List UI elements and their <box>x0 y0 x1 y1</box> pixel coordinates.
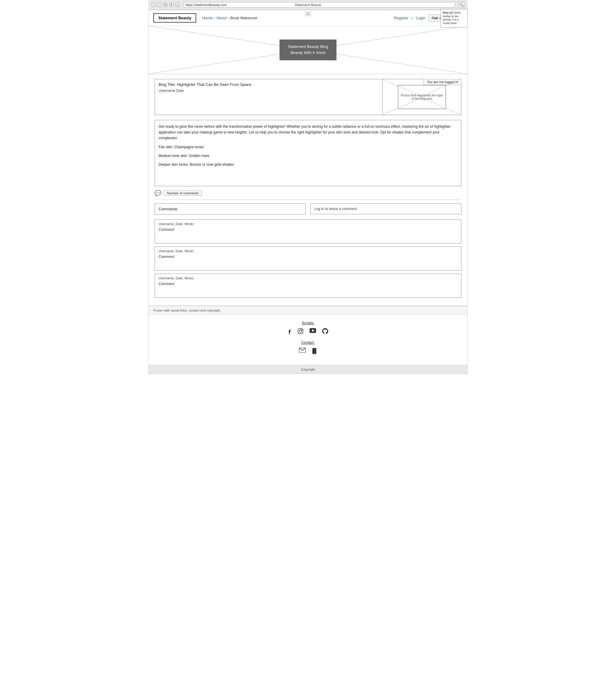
notice-badge: (1) <box>305 11 311 16</box>
brand-button[interactable]: Statement Beauty <box>153 13 196 23</box>
comment-bubble-icon: 💬 <box>155 190 161 196</box>
comment-author-3: Username, Date, Wrote: <box>158 276 458 280</box>
blog-image-placeholder: Picture that represents the topic of the… <box>398 85 446 109</box>
blog-post-meta: Username Date <box>158 88 379 93</box>
blog-post-left: Blog Title: Highlighter That Can Be Seen… <box>155 79 383 115</box>
github-icon[interactable] <box>322 328 328 336</box>
svg-point-13 <box>302 330 302 330</box>
breadcrumb-separator-2: › <box>228 16 229 20</box>
comments-header-box: Comments <box>155 203 305 215</box>
svg-rect-11 <box>298 329 303 334</box>
breadcrumb-current: Book Makeover <box>230 16 257 20</box>
browser-controls: ← → ↻ ✕ ⌂ <box>151 3 180 7</box>
browser-chrome: Statement Beauty ← → ↻ ✕ ⌂ https://state… <box>148 0 468 10</box>
comments-right: Log in to leave a comment <box>311 203 461 215</box>
footer-socials-label: Socials: <box>153 321 463 325</box>
blog-content-intro: Get ready to glow like never before with… <box>158 124 458 141</box>
comment-items: Username, Date, Wrote: Comment Username,… <box>155 219 461 298</box>
contact-icons <box>153 348 463 356</box>
social-icons <box>153 328 463 336</box>
breadcrumb-about[interactable]: About <box>216 16 227 20</box>
blog-content-item-2: Medium tone skin: Golden hues <box>158 153 458 159</box>
blog-post-right: Picture that represents the topic of the… <box>383 79 461 115</box>
comments-count-row: 💬 Number of comments <box>155 190 461 200</box>
footer-main: Socials: Contact: <box>149 314 467 365</box>
instagram-icon[interactable] <box>297 328 303 336</box>
reload-button[interactable]: ↻ <box>164 3 168 7</box>
sticky-note: Note (1) Sticky navbar is low priority. … <box>441 9 468 28</box>
youtube-icon[interactable] <box>310 328 316 336</box>
breadcrumb: Home › About › Book Makeover <box>202 16 258 20</box>
facebook-icon[interactable] <box>288 328 291 336</box>
login-link[interactable]: Login <box>416 16 426 20</box>
home-button[interactable]: ⌂ <box>175 3 180 7</box>
comment-item: Username, Date, Wrote: Comment <box>155 219 461 243</box>
browser-search-button[interactable]: 🔍 <box>459 2 465 8</box>
comment-author-1: Username, Date, Wrote: <box>158 222 458 226</box>
comment-body-2: Comment <box>158 255 458 259</box>
navbar: (1) Statement Beauty Home › About › Book… <box>149 10 467 26</box>
image-placeholder-text: Picture that represents the topic of the… <box>398 92 446 102</box>
sticky-note-label: Note (1) <box>443 11 453 14</box>
stop-button[interactable]: ✕ <box>169 3 174 7</box>
email-icon[interactable] <box>299 348 305 356</box>
comment-author-2: Username, Date, Wrote: <box>158 249 458 253</box>
page-container: (1) Statement Beauty Home › About › Book… <box>148 10 468 374</box>
comment-body-3: Comment <box>158 282 458 286</box>
phone-icon[interactable] <box>312 348 317 356</box>
footer-copyright: Copyright <box>149 365 467 374</box>
blog-post-title: Blog Title: Highlighter That Can Be Seen… <box>158 82 379 87</box>
footer-contact-label: Contact: <box>153 340 463 345</box>
comment-item: Username, Date, Wrote: Comment <box>155 247 461 271</box>
blog-content-item-3: Deeper skin tones: Bronze or rose gold s… <box>158 162 458 167</box>
comments-badge: Number of comments <box>164 190 202 196</box>
register-link[interactable]: Register <box>394 16 408 20</box>
comment-item: Username, Date, Wrote: Comment <box>155 274 461 298</box>
blog-content-item-1: Fair skin: Champagne tones <box>158 144 458 150</box>
nav-separator: › <box>411 16 412 20</box>
back-button[interactable]: ← <box>151 3 155 7</box>
blog-post-card: Blog Title: Highlighter That Can Be Seen… <box>155 79 461 115</box>
hero-center-box: Statement Beauty Blog Beauty With A Voic… <box>280 39 337 61</box>
footer-description: Footer with social links, contact and co… <box>149 306 467 314</box>
hero-blog-subtitle: Beauty With A Voice <box>288 50 328 57</box>
breadcrumb-separator-1: › <box>214 16 215 20</box>
svg-point-12 <box>299 330 302 332</box>
hero-blog-title: Statement Beauty Blog <box>288 44 328 50</box>
comments-section: Comments Log in to leave a comment <box>155 203 461 215</box>
breadcrumb-home[interactable]: Home <box>202 16 213 20</box>
comments-left: Comments <box>155 203 305 215</box>
blog-content: Get ready to glow like never before with… <box>155 120 461 186</box>
forward-button[interactable]: → <box>157 3 161 7</box>
comment-body-1: Comment <box>158 227 458 232</box>
login-to-comment-box[interactable]: Log in to leave a comment <box>311 203 461 214</box>
main-area: You are not logged in Blog Title: Highli… <box>149 74 467 306</box>
hero-banner: Statement Beauty Blog Beauty With A Voic… <box>149 26 467 74</box>
browser-title: Statement Beauty <box>295 3 321 7</box>
